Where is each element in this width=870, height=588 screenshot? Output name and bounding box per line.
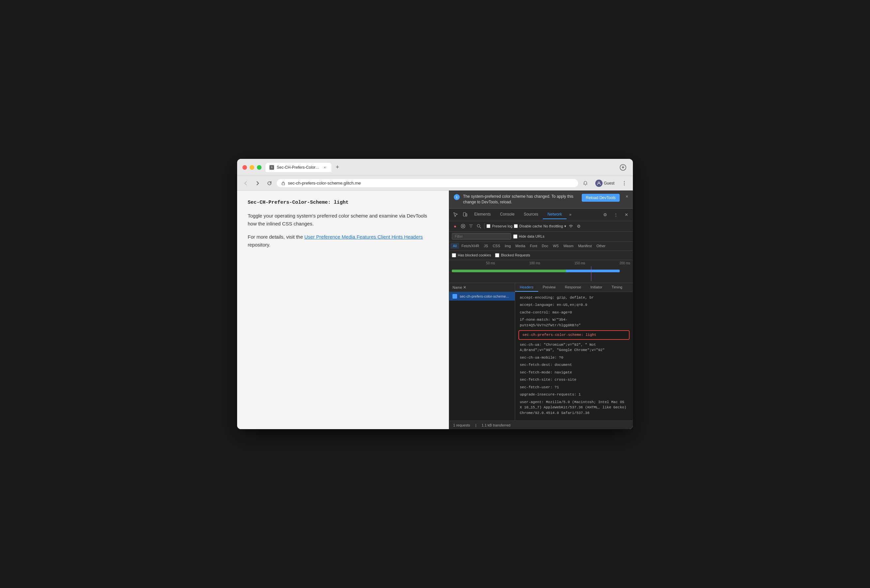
devtools-settings-button[interactable]: ⚙ <box>600 210 610 219</box>
disable-cache-checkbox[interactable]: Disable cache <box>514 224 542 228</box>
devtools-inspect-icon[interactable] <box>451 210 460 219</box>
header-row-8: sec-fetch-mode: navigate <box>515 369 633 376</box>
type-img[interactable]: Img <box>503 243 513 249</box>
detail-tab-preview[interactable]: Preview <box>538 283 560 292</box>
reload-devtools-button[interactable]: Reload DevTools <box>582 194 620 202</box>
type-fetch-xhr[interactable]: Fetch/XHR <box>459 243 481 249</box>
refresh-button[interactable] <box>265 179 274 188</box>
blocked-requests-input[interactable] <box>495 253 499 257</box>
request-list-header: Name ✕ <box>449 283 515 292</box>
search-icon[interactable] <box>475 223 482 229</box>
status-requests: 1 requests <box>453 423 470 427</box>
preserve-log-input[interactable] <box>486 224 490 228</box>
status-transferred: 1.1 kB transferred <box>481 423 510 427</box>
network-table: Name ✕ sec-ch-prefers-color-scheme... He… <box>449 283 633 420</box>
type-other[interactable]: Other <box>594 243 608 249</box>
type-js[interactable]: JS <box>481 243 490 249</box>
back-button[interactable] <box>241 179 250 188</box>
tab-favicon: S <box>270 165 274 170</box>
svg-point-4 <box>624 183 625 183</box>
has-blocked-cookies-checkbox[interactable]: Has blocked cookies <box>452 253 491 257</box>
detail-tab-headers[interactable]: Headers <box>515 283 538 292</box>
type-font[interactable]: Font <box>528 243 539 249</box>
header-row-12: user-agent: Mozilla/5.0 (Macintosh; Inte… <box>515 398 633 417</box>
filter-bar: Hide data URLs <box>449 232 633 242</box>
tab-close-button[interactable]: × <box>322 165 328 170</box>
record-button[interactable]: ● <box>452 223 459 229</box>
preserve-log-checkbox[interactable]: Preserve log <box>486 224 512 228</box>
clear-button[interactable] <box>460 223 466 229</box>
throttle-label: No throttling <box>544 224 563 228</box>
type-manifest[interactable]: Manifest <box>576 243 594 249</box>
hide-data-urls-label: Hide data URLs <box>519 235 544 238</box>
devtools-icons: ⚙ ⋮ ✕ <box>600 210 631 219</box>
url-bar: sec-ch-prefers-color-scheme.glitch.me Gu… <box>237 176 633 190</box>
type-media[interactable]: Media <box>513 243 528 249</box>
info-icon: i <box>454 194 460 200</box>
devtools-close-button[interactable]: ✕ <box>622 210 631 219</box>
close-window-button[interactable] <box>243 165 247 170</box>
devtools-device-icon[interactable] <box>460 210 470 219</box>
devtools-tabs: Elements Console Sources Network » ⚙ ⋮ ✕ <box>449 209 633 221</box>
type-filter-bar: All Fetch/XHR JS CSS Img Media Font Doc … <box>449 242 633 251</box>
browser-content: Sec-CH-Prefers-Color-Scheme: light Toggl… <box>237 190 633 429</box>
request-item[interactable]: sec-ch-prefers-color-scheme... <box>449 292 515 301</box>
svg-point-10 <box>571 227 571 228</box>
header-row-7: sec-fetch-dest: document <box>515 361 633 369</box>
blocked-requests-checkbox[interactable]: Blocked Requests <box>495 253 530 257</box>
svg-rect-7 <box>466 214 467 216</box>
header-row-3: if-none-match: W/"3b4-puYz4Q5/GV7nZfWtr/… <box>515 316 633 329</box>
lock-icon <box>281 181 285 185</box>
page-description: Toggle your operating system's preferred… <box>248 212 432 228</box>
details-tabs: Headers Preview Response Initiator Timin… <box>515 283 633 292</box>
header-row-1: accept-language: en-US,en;q=0.9 <box>515 301 633 309</box>
tab-network[interactable]: Network <box>543 210 567 219</box>
type-all[interactable]: All <box>450 243 459 249</box>
title-bar: S Sec-CH-Prefers-Color-Schem... × + <box>237 159 633 176</box>
page-link-prefix: For more details, visit the <box>248 234 304 240</box>
profile-button[interactable]: Guest <box>592 178 618 188</box>
url-input[interactable]: sec-ch-prefers-color-scheme.glitch.me <box>277 179 578 187</box>
disable-cache-input[interactable] <box>514 224 518 228</box>
page-content: Sec-CH-Prefers-Color-Scheme: light Toggl… <box>237 190 449 429</box>
wifi-icon[interactable] <box>568 223 574 229</box>
filter-input[interactable] <box>452 233 511 240</box>
more-button[interactable] <box>620 179 629 188</box>
type-css[interactable]: CSS <box>490 243 503 249</box>
info-banner-close[interactable]: × <box>626 194 628 199</box>
bell-button[interactable] <box>581 179 590 188</box>
page-link-suffix: repository. <box>248 242 270 248</box>
forward-button[interactable] <box>253 179 262 188</box>
hide-data-urls-input[interactable] <box>513 235 517 239</box>
info-banner-text: The system-preferred color scheme has ch… <box>463 194 578 205</box>
info-banner: i The system-preferred color scheme has … <box>449 190 633 209</box>
timeline-bar-blue <box>566 270 619 272</box>
new-tab-button[interactable]: + <box>333 163 342 172</box>
detail-tab-response[interactable]: Response <box>560 283 586 292</box>
minimize-window-button[interactable] <box>250 165 254 170</box>
network-settings-icon[interactable]: ⚙ <box>575 223 582 229</box>
page-link-paragraph: For more details, visit the User Prefere… <box>248 233 432 249</box>
tab-sources[interactable]: Sources <box>519 210 543 219</box>
traffic-lights <box>243 165 262 170</box>
devtools-more-tabs[interactable]: » <box>567 211 574 218</box>
throttle-dropdown-icon[interactable]: ▾ <box>564 224 566 229</box>
type-doc[interactable]: Doc <box>539 243 551 249</box>
has-blocked-cookies-input[interactable] <box>452 253 456 257</box>
network-toolbar: ● <box>449 221 633 232</box>
browser-tab[interactable]: S Sec-CH-Prefers-Color-Schem... × <box>265 163 331 172</box>
type-ws[interactable]: WS <box>550 243 561 249</box>
request-panel-close[interactable]: ✕ <box>463 285 466 290</box>
network-filter-icon[interactable] <box>468 223 474 229</box>
devtools-more-button[interactable]: ⋮ <box>611 210 620 219</box>
tab-console[interactable]: Console <box>495 210 519 219</box>
page-link[interactable]: User Preference Media Features Client Hi… <box>304 234 423 240</box>
type-wasm[interactable]: Wasm <box>561 243 576 249</box>
tab-elements[interactable]: Elements <box>470 210 495 219</box>
hide-data-urls-checkbox[interactable]: Hide data URLs <box>513 235 544 239</box>
detail-tab-timing[interactable]: Timing <box>607 283 627 292</box>
detail-tab-initiator[interactable]: Initiator <box>586 283 607 292</box>
header-row-9: sec-fetch-site: cross-site <box>515 376 633 384</box>
timeline-labels: 50 ms 100 ms 150 ms 200 ms <box>449 260 633 266</box>
maximize-window-button[interactable] <box>257 165 262 170</box>
